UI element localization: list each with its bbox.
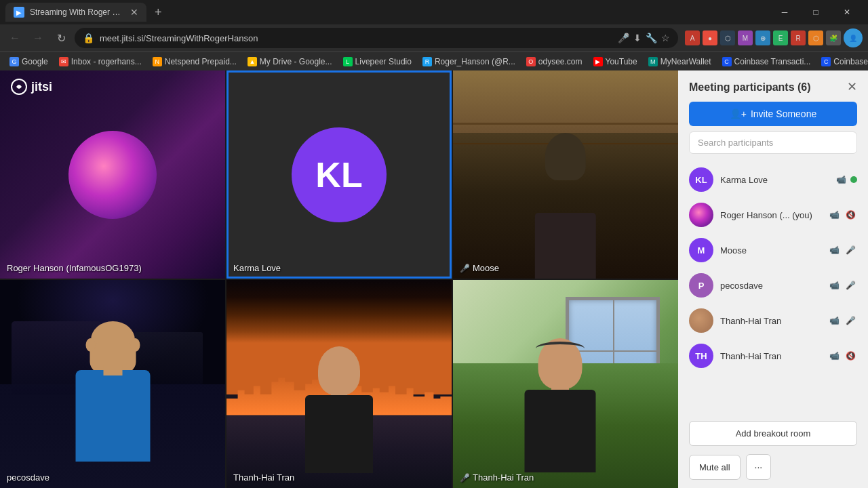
netspend-icon: N — [153, 57, 162, 66]
thanh2-name: Thanh-Hai Tran — [473, 472, 534, 483]
address-bar[interactable]: 🔒 meet.jitsi.si/StreamingWithRogerHanson… — [75, 28, 678, 48]
video-label-karma: Karma Love — [233, 263, 281, 273]
video-cell-pecos: pecosdave — [0, 280, 225, 488]
jitsi-logo-text: jitsi — [31, 80, 52, 94]
ext-4[interactable]: M — [738, 30, 753, 45]
moose-mic-icon: 🎤 — [460, 264, 470, 273]
panel-close-button[interactable]: ✕ — [844, 79, 860, 95]
video-icon[interactable]: 📹 — [827, 208, 841, 222]
ext-8[interactable]: ⬡ — [808, 30, 823, 45]
roger-bm-icon: R — [422, 57, 432, 66]
video-grid: Roger Hanson (InfamousOG1973) KL Karma L… — [0, 70, 678, 488]
video-icon[interactable]: 📹 — [827, 314, 841, 327]
youtube-icon: ▶ — [593, 57, 603, 66]
online-indicator — [850, 176, 857, 183]
mic-icon[interactable]: 🎤 — [844, 279, 857, 292]
avatar: P — [689, 273, 713, 298]
search-participants-input[interactable]: Search participants — [689, 131, 857, 154]
tab-favicon: ▶ — [14, 7, 24, 18]
window-controls: ─ □ ✕ — [769, 0, 863, 24]
bookmark-roger[interactable]: R Roger_Hanson (@R... — [418, 54, 519, 69]
forward-button[interactable]: → — [28, 28, 47, 47]
invite-someone-button[interactable]: 👤+ Invite Someone — [689, 102, 857, 126]
profile-icon[interactable]: 👤 — [844, 28, 863, 47]
bottom-actions: Mute all ··· — [678, 454, 868, 488]
active-tab[interactable]: ▶ Streaming With Roger H... ✕ — [5, 3, 146, 22]
moose-name: Moose — [473, 263, 499, 273]
video-icon[interactable]: 📹 — [827, 279, 841, 292]
video-label-thanh2: 🎤 Thanh-Hai Tran — [460, 472, 534, 483]
drive-icon: ▲ — [248, 57, 257, 66]
participant-icons: 📹 🎤 — [827, 314, 857, 327]
maximize-button[interactable]: □ — [800, 0, 831, 24]
video-cell-thanh1: Thanh-Hai Tran — [226, 280, 452, 488]
ext-2[interactable]: ● — [703, 30, 717, 45]
video-area: jitsi Roger Hanson (InfamousOG1973) KL — [0, 70, 678, 488]
puzzle-icon[interactable]: 🧩 — [826, 30, 841, 45]
add-breakout-room-button[interactable]: Add breakout room — [689, 421, 857, 446]
participant-name: Roger Hanson (... (you) — [720, 210, 821, 220]
close-window-button[interactable]: ✕ — [831, 0, 863, 24]
karma-name: Karma Love — [233, 263, 281, 273]
bookmark-netspend-label: Netspend Prepaid... — [165, 57, 237, 66]
ext-5[interactable]: ⊕ — [755, 30, 770, 45]
ext-1[interactable]: A — [685, 30, 700, 45]
bookmark-youtube-label: YouTube — [606, 57, 637, 66]
bookmark-youtube[interactable]: ▶ YouTube — [589, 54, 642, 69]
mic-icon[interactable]: 🎤 — [844, 243, 857, 257]
browser-chrome: ▶ Streaming With Roger H... ✕ + ─ □ ✕ ← … — [0, 0, 868, 70]
video-label-moose: 🎤 Moose — [460, 263, 499, 273]
minimize-button[interactable]: ─ — [769, 0, 800, 24]
panel-bottom: Add breakout room — [678, 413, 868, 454]
participant-row: Thanh-Hai Tran 📹 🎤 — [684, 303, 863, 338]
bookmark-drive-label: My Drive - Google... — [260, 57, 332, 66]
pecos-name: pecosdave — [7, 472, 50, 483]
bookmark-mynear[interactable]: M MyNearWallet — [644, 54, 715, 69]
participant-name: pecosdave — [720, 281, 821, 291]
bookmark-odysee[interactable]: O odysee.com — [522, 54, 587, 69]
bookmark-drive[interactable]: ▲ My Drive - Google... — [243, 54, 336, 69]
bookmark-google[interactable]: G Google — [5, 54, 52, 69]
bookmark-livepeer-label: Livepeer Studio — [355, 57, 412, 66]
bookmarks-bar: G Google ✉ Inbox - rogerhans... N Netspe… — [0, 52, 868, 70]
participant-icons: 📹 🔇 — [827, 208, 857, 222]
participants-panel: ✕ Meeting participants (6) 👤+ Invite Som… — [678, 70, 868, 488]
mic-icon[interactable]: 🔇 — [844, 349, 857, 363]
participant-name: Thanh-Hai Tran — [720, 316, 821, 326]
avatar — [689, 308, 713, 333]
video-label-pecos: pecosdave — [7, 472, 50, 483]
reload-button[interactable]: ↻ — [52, 28, 71, 47]
participant-row: Roger Hanson (... (you) 📹 🔇 — [684, 197, 863, 232]
mic-icon[interactable]: 🎤 — [844, 314, 857, 327]
coinbase2-icon: C — [821, 57, 831, 66]
video-icon[interactable]: 📹 — [827, 349, 841, 363]
video-icon[interactable]: 📹 — [827, 243, 841, 257]
bookmark-livepeer[interactable]: L Livepeer Studio — [339, 54, 416, 69]
tab-close-button[interactable]: ✕ — [130, 7, 138, 18]
bookmark-coinbase2[interactable]: C Coinbase Prices Au... — [817, 54, 868, 69]
back-button[interactable]: ← — [5, 28, 24, 47]
ext-3[interactable]: ⬡ — [720, 30, 735, 45]
bookmark-coinbase1[interactable]: C Coinbase Transacti... — [718, 54, 815, 69]
bookmark-netspend[interactable]: N Netspend Prepaid... — [149, 54, 241, 69]
bookmark-star-icon[interactable]: ☆ — [661, 33, 670, 43]
mute-all-button[interactable]: Mute all — [689, 455, 741, 480]
url-text: meet.jitsi.si/StreamingWithRogerHanson — [100, 33, 612, 43]
extensions-icon: 🔧 — [646, 33, 657, 43]
participant-icons: 📹 🔇 — [827, 349, 857, 363]
ext-6[interactable]: E — [773, 30, 788, 45]
add-person-icon: 👤+ — [730, 108, 747, 119]
thanh2-mic-icon: 🎤 — [460, 473, 470, 483]
participants-list: KL Karma Love 📹 Roger Hanson (... (you) … — [678, 162, 868, 413]
participant-name: Thanh-Hai Tran — [720, 351, 821, 361]
new-tab-button[interactable]: + — [149, 5, 167, 20]
more-options-button[interactable]: ··· — [746, 454, 772, 480]
coinbase1-icon: C — [722, 57, 732, 66]
video-icon[interactable]: 📹 — [834, 173, 848, 186]
thanh1-name: Thanh-Hai Tran — [233, 472, 294, 483]
mic-icon[interactable]: 🔇 — [844, 208, 857, 222]
bookmark-inbox[interactable]: ✉ Inbox - rogerhans... — [55, 54, 146, 69]
livepeer-icon: L — [343, 57, 353, 66]
video-label-roger: Roger Hanson (InfamousOG1973) — [7, 263, 142, 273]
ext-7[interactable]: R — [791, 30, 806, 45]
